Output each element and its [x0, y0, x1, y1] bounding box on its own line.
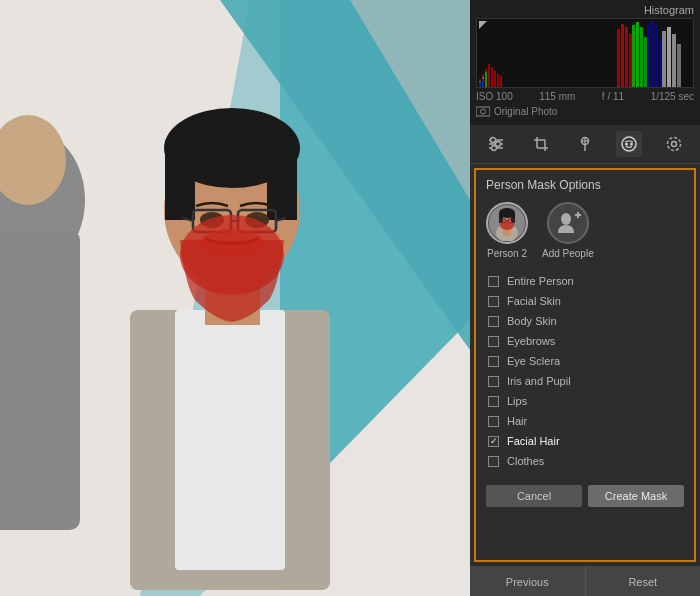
mask-icon-btn[interactable] — [616, 131, 642, 157]
svg-rect-49 — [659, 39, 662, 88]
svg-rect-45 — [482, 79, 484, 88]
svg-point-72 — [625, 143, 628, 146]
sliders-icon-btn[interactable] — [483, 131, 509, 157]
histogram-section: Histogram — [470, 0, 700, 125]
svg-point-73 — [630, 143, 633, 146]
option-facial-hair[interactable]: ✓ Facial Hair — [486, 431, 684, 451]
checkbox-entire-person[interactable] — [488, 276, 499, 287]
option-hair[interactable]: Hair — [486, 411, 684, 431]
svg-rect-33 — [617, 29, 620, 88]
checkbox-hair[interactable] — [488, 416, 499, 427]
crop-icon — [533, 136, 549, 152]
right-panel: Histogram — [470, 0, 700, 596]
add-person-icon — [554, 209, 582, 237]
svg-rect-50 — [662, 31, 666, 88]
svg-rect-35 — [625, 27, 628, 88]
svg-rect-34 — [621, 24, 624, 88]
svg-point-60 — [491, 138, 496, 143]
add-people-avatar-item[interactable]: Add People — [542, 202, 594, 259]
svg-rect-32 — [500, 76, 502, 88]
photo-area — [0, 0, 470, 596]
mask-icon — [621, 136, 637, 152]
svg-rect-41 — [636, 22, 639, 88]
checkbox-lips[interactable] — [488, 396, 499, 407]
photo-canvas — [0, 0, 470, 596]
healing-icon — [577, 136, 593, 152]
reset-button[interactable]: Reset — [586, 567, 701, 596]
svg-point-87 — [561, 213, 571, 225]
svg-rect-48 — [655, 25, 658, 88]
photo-icon — [476, 106, 490, 117]
checkmark-facial-hair: ✓ — [490, 437, 498, 446]
option-clothes[interactable]: Clothes — [486, 451, 684, 471]
create-mask-button[interactable]: Create Mask — [588, 485, 684, 507]
svg-rect-14 — [267, 140, 297, 220]
healing-icon-btn[interactable] — [572, 131, 598, 157]
checkbox-facial-skin[interactable] — [488, 296, 499, 307]
svg-point-56 — [481, 109, 486, 114]
svg-rect-43 — [644, 37, 647, 88]
svg-rect-13 — [165, 140, 195, 220]
crop-icon-btn[interactable] — [528, 131, 554, 157]
sliders-icon — [487, 136, 505, 152]
svg-rect-28 — [488, 64, 490, 88]
option-entire-person[interactable]: Entire Person — [486, 271, 684, 291]
person2-avatar-circle[interactable] — [486, 202, 528, 244]
checkbox-facial-hair[interactable]: ✓ — [488, 436, 499, 447]
add-person-circle[interactable] — [547, 202, 589, 244]
svg-rect-51 — [667, 27, 671, 88]
person2-avatar-item[interactable]: Person 2 — [486, 202, 528, 259]
option-eye-sclera[interactable]: Eye Sclera — [486, 351, 684, 371]
svg-rect-40 — [632, 25, 635, 88]
svg-rect-30 — [494, 71, 496, 88]
checkbox-body-skin[interactable] — [488, 316, 499, 327]
focal-info: 115 mm — [539, 91, 575, 102]
svg-rect-9 — [175, 310, 285, 570]
svg-point-86 — [500, 220, 514, 230]
svg-rect-52 — [672, 34, 676, 88]
aperture-info: f / 11 — [602, 91, 624, 102]
bottom-bar: Previous Reset — [470, 566, 700, 596]
checkbox-eyebrows[interactable] — [488, 336, 499, 347]
svg-point-75 — [667, 138, 680, 151]
svg-rect-53 — [677, 44, 681, 88]
svg-rect-46 — [647, 24, 650, 88]
person2-face-svg — [489, 205, 525, 241]
iso-info: ISO 100 — [476, 91, 513, 102]
histogram-svg — [477, 19, 694, 88]
svg-rect-36 — [629, 34, 632, 88]
svg-rect-44 — [479, 82, 481, 88]
option-eyebrows[interactable]: Eyebrows — [486, 331, 684, 351]
toolbar-icons — [470, 125, 700, 164]
histogram-canvas — [476, 18, 694, 88]
person-avatars: Person 2 Add People — [486, 202, 684, 259]
checkbox-iris-pupil[interactable] — [488, 376, 499, 387]
svg-point-74 — [671, 142, 676, 147]
svg-rect-42 — [640, 27, 643, 88]
option-lips[interactable]: Lips — [486, 391, 684, 411]
settings-icon — [666, 136, 682, 152]
cancel-button[interactable]: Cancel — [486, 485, 582, 507]
checkbox-clothes[interactable] — [488, 456, 499, 467]
histogram-title: Histogram — [476, 2, 694, 18]
person2-label: Person 2 — [487, 248, 527, 259]
checkbox-eye-sclera[interactable] — [488, 356, 499, 367]
panel-title: Person Mask Options — [486, 178, 684, 192]
mask-options-list: Entire Person Facial Skin Body Skin Eyeb… — [486, 271, 684, 471]
original-photo-label: Original Photo — [476, 104, 694, 121]
svg-rect-29 — [491, 67, 493, 88]
option-body-skin[interactable]: Body Skin — [486, 311, 684, 331]
histogram-info: ISO 100 115 mm f / 11 1/125 sec — [476, 88, 694, 104]
option-facial-skin[interactable]: Facial Skin — [486, 291, 684, 311]
svg-rect-31 — [497, 74, 499, 88]
person-mask-panel: Person Mask Options — [474, 168, 696, 562]
add-people-label: Add People — [542, 248, 594, 259]
previous-button[interactable]: Previous — [470, 567, 586, 596]
settings-icon-btn[interactable] — [661, 131, 687, 157]
svg-rect-39 — [485, 72, 487, 88]
svg-rect-47 — [651, 21, 654, 88]
panel-bottom-buttons: Cancel Create Mask — [486, 479, 684, 507]
option-iris-pupil[interactable]: Iris and Pupil — [486, 371, 684, 391]
shutter-info: 1/125 sec — [651, 91, 694, 102]
svg-point-71 — [622, 137, 636, 151]
